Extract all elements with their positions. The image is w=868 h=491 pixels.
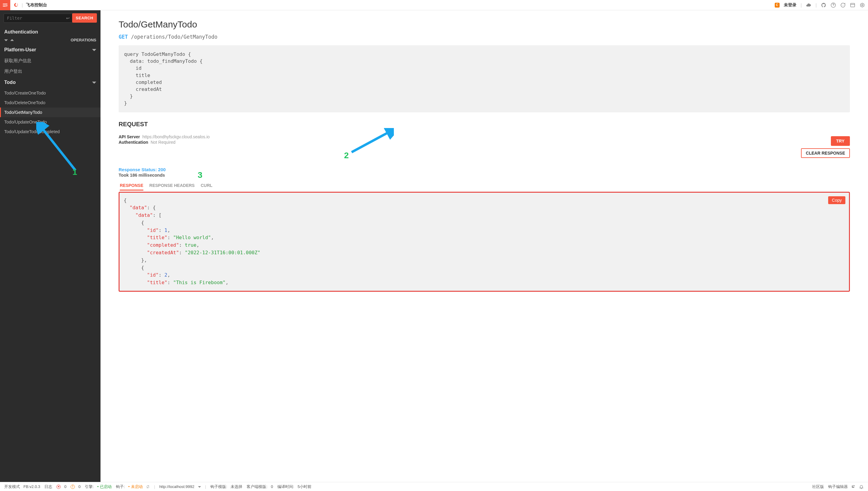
operations-label: OPERATIONS [71,38,96,42]
filter-input[interactable] [4,13,73,23]
topbar: | 飞布控制台 C 未登录 | | [0,0,868,10]
sidebar-item-updatecompleted[interactable]: Todo/UpdateTodoCompleted [0,127,100,137]
sidebar: ↩ SEARCH Authentication OPERATIONS Platf… [0,10,100,482]
copy-button[interactable]: Copy [828,196,845,204]
flame-icon [13,2,19,8]
tab-response-headers[interactable]: RESPONSE HEADERS [149,181,195,190]
svg-rect-3 [850,3,855,7]
chat-icon[interactable] [840,2,846,8]
tab-response[interactable]: RESPONSE [120,181,143,191]
group-label: Platform-User [4,47,36,53]
page-title: Todo/GetManyTodo [119,19,850,30]
arrows-row: OPERATIONS [0,36,100,44]
response-tabs: RESPONSE RESPONSE HEADERS CURL [119,181,850,191]
menu-button[interactable] [0,0,10,10]
chevron-down-icon [92,80,96,85]
group-todo[interactable]: Todo [0,77,100,88]
http-method: GET [119,34,128,40]
main: Todo/GetManyTodo GET /operations/Todo/Ge… [100,10,868,482]
filter-row: ↩ SEARCH [0,13,100,26]
svg-point-1 [843,5,843,5]
svg-point-0 [842,5,842,5]
request-heading: REQUEST [119,121,850,128]
endpoint-line: GET /operations/Todo/GetManyTodo [119,34,850,40]
response-panel: Copy { "data": { "data": [ { "id": 1, "t… [119,192,850,292]
sidebar-item-createone[interactable]: Todo/CreateOneTodo [0,88,100,98]
auth-value: Not Required [151,140,176,145]
api-server-label: API Server [119,134,140,139]
auth-label: Authentication [119,140,148,145]
svg-point-2 [843,5,844,5]
collapse-down-icon[interactable] [4,38,8,42]
separator: | [22,3,23,7]
response-took: Took 186 milliseconds [119,173,850,178]
http-path: /operations/Todo/GetManyTodo [131,34,218,40]
help-icon[interactable] [831,2,836,8]
chevron-down-icon [92,48,96,52]
svg-point-5 [862,4,863,6]
query-codeblock: query TodoGetManyTodo { data: todo_findM… [119,45,850,112]
group-label: Todo [4,80,16,85]
tab-curl[interactable]: CURL [201,181,213,190]
login-status[interactable]: 未登录 [784,2,797,8]
cloud-icon[interactable] [806,2,811,8]
settings-icon[interactable] [860,2,865,8]
sidebar-item-logout[interactable]: 用户登出 [0,66,100,77]
search-button[interactable]: SEARCH [72,13,97,23]
login-badge-icon: C [775,3,780,7]
sidebar-item-getmany[interactable]: Todo/GetManyTodo [0,108,100,117]
auth-heading: Authentication [0,26,100,36]
collapse-up-icon[interactable] [10,38,14,42]
try-row: TRY [119,136,850,146]
enter-icon: ↩ [66,16,70,21]
github-icon[interactable] [821,2,826,8]
menu-icon [2,2,8,8]
layout: ↩ SEARCH Authentication OPERATIONS Platf… [0,10,868,482]
window-icon[interactable] [850,2,855,8]
clear-response-button[interactable]: CLEAR RESPONSE [801,148,850,158]
response-json: { "data": { "data": [ { "id": 1, "title"… [124,197,845,287]
sidebar-item-deleteone[interactable]: Todo/DeleteOneTodo [0,98,100,108]
app-title: 飞布控制台 [26,2,47,8]
response-status: Response Status: 200 [119,167,850,172]
api-server-value: https://bondhyfsckgv.cloud.sealos.io [143,134,210,139]
try-button[interactable]: TRY [831,136,850,146]
group-platform-user[interactable]: Platform-User [0,44,100,56]
sidebar-item-updateone[interactable]: Todo/UpdateOneTodo [0,117,100,127]
topbar-left: | 飞布控制台 [3,0,47,10]
sidebar-item-userinfo[interactable]: 获取用户信息 [0,56,100,66]
topbar-right: C 未登录 | | [775,2,865,8]
